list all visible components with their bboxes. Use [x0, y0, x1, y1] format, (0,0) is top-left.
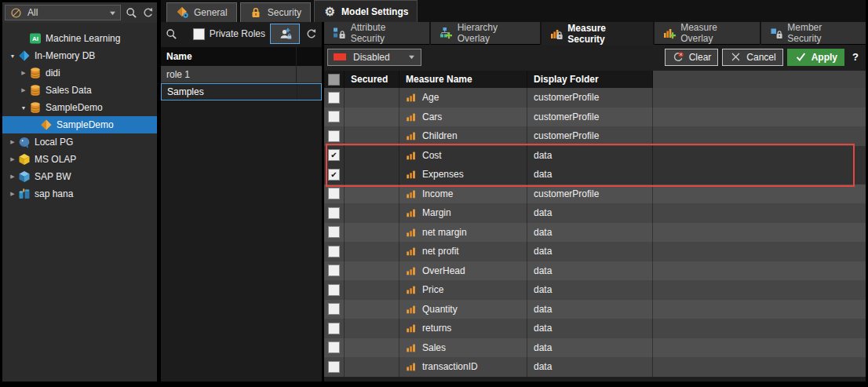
measure-row-quantity[interactable]: Quantitydata [324, 300, 866, 319]
refresh-icon[interactable] [142, 6, 155, 20]
secured-value-cell [345, 88, 399, 108]
measure-row-sales[interactable]: Salesdata [324, 338, 866, 358]
clear-button[interactable]: Clear [665, 49, 719, 66]
security-tab-label: Attribute Security [351, 22, 421, 44]
tree-item-sap-bw[interactable]: ▶SAP BW [2, 168, 157, 185]
column-header-display-folder[interactable]: Display Folder [527, 71, 653, 88]
measure-name-cell: Children [399, 126, 527, 146]
secured-checkbox-cell [324, 223, 345, 243]
secured-checkbox-cell [324, 319, 345, 338]
measure-row-transactionid[interactable]: transactionIDdata [324, 357, 866, 377]
secured-checkbox[interactable] [328, 226, 340, 238]
column-header-measure-name[interactable]: Measure Name [399, 71, 527, 88]
display-folder-cell: data [527, 146, 653, 166]
roles-refresh-icon[interactable] [305, 27, 318, 41]
security-mode-combobox[interactable]: Disabled [327, 49, 421, 66]
secured-checkbox-cell [324, 261, 345, 281]
column-header-secured[interactable]: Secured [345, 71, 399, 88]
tab-member-security[interactable]: Member Security [761, 22, 866, 45]
measure-bars-icon [406, 361, 417, 372]
secured-checkbox[interactable] [328, 130, 340, 142]
measure-row-returns[interactable]: returnsdata [324, 319, 866, 338]
collapsed-expander-icon[interactable]: ▶ [7, 156, 18, 162]
measure-row-cars[interactable]: CarscustomerProfile [324, 108, 866, 127]
collapsed-expander-icon[interactable]: ▶ [7, 191, 18, 197]
measure-row-cost[interactable]: ✔Costdata [324, 146, 866, 166]
select-all-checkbox[interactable] [328, 74, 340, 86]
measure-row-income[interactable]: IncomecustomerProfile [324, 184, 866, 204]
measure-row-overhead[interactable]: OverHeaddata [324, 261, 866, 281]
expanded-expander-icon[interactable]: ▼ [7, 53, 18, 59]
clear-icon [672, 50, 685, 64]
tab-hierarchy-overlay[interactable]: Hierarchy Overlay [431, 22, 540, 45]
measure-bars-icon [406, 265, 417, 276]
tree-item-local-pg[interactable]: ▶Local PG [2, 133, 157, 151]
collapsed-expander-icon[interactable]: ▶ [18, 87, 29, 93]
roles-column-header[interactable]: Name [161, 47, 322, 66]
secured-checkbox[interactable] [328, 341, 340, 353]
secured-checkbox[interactable] [328, 323, 340, 334]
secured-checkbox-cell: ✔ [324, 146, 345, 166]
display-folder-cell: data [527, 338, 653, 358]
measure-row-price[interactable]: Pricedata [324, 280, 866, 300]
role-row[interactable]: role 1 [161, 66, 322, 83]
secured-checkbox[interactable] [328, 207, 340, 219]
secured-checkbox[interactable]: ✔ [328, 149, 340, 161]
measure-row-net-margin[interactable]: net margindata [324, 223, 866, 243]
measure-row-age[interactable]: AgecustomerProfile [324, 88, 866, 108]
tree-item-sales-data[interactable]: ▶Sales Data [2, 82, 157, 99]
secured-checkbox[interactable] [328, 111, 340, 122]
add-role-button[interactable] [270, 24, 300, 44]
security-tab-bar: Attribute SecurityHierarchy OverlayMeasu… [324, 22, 866, 45]
measure-row-margin[interactable]: Margindata [324, 203, 866, 223]
secured-checkbox[interactable] [328, 284, 340, 296]
secured-checkbox[interactable] [328, 303, 340, 315]
role-row[interactable]: Samples [161, 83, 322, 100]
secured-value-cell [345, 203, 399, 223]
expanded-expander-icon[interactable]: ▼ [18, 105, 29, 111]
row-filler-cell [653, 146, 866, 166]
secured-checkbox[interactable] [328, 246, 340, 257]
tree-item-label: SAP BW [35, 171, 71, 182]
tree-item-ms-olap[interactable]: ▶MS OLAP [2, 151, 157, 168]
secured-checkbox[interactable] [328, 92, 340, 104]
tab-attribute-security[interactable]: Attribute Security [324, 22, 429, 45]
tree-item-sap-hana[interactable]: ▶sap hana [2, 185, 157, 203]
secured-value-cell [345, 319, 399, 338]
apply-button[interactable]: Apply [787, 49, 844, 66]
row-filler-cell [653, 223, 866, 243]
measure-name-cell: Sales [399, 338, 527, 358]
secured-checkbox[interactable] [328, 188, 340, 199]
cancel-button[interactable]: Cancel [722, 49, 782, 66]
secured-checkbox[interactable]: ✔ [328, 169, 340, 181]
measure-row-expenses[interactable]: ✔Expensesdata [324, 165, 866, 184]
tree-item-in-memory-db[interactable]: ▼In-Memory DB [2, 47, 157, 64]
tab-measure-security[interactable]: Measure Security [542, 22, 653, 45]
secured-checkbox-cell [324, 108, 345, 127]
measure-name: Quantity [422, 304, 458, 315]
tab-general[interactable]: General [166, 2, 237, 22]
collapsed-expander-icon[interactable]: ▶ [7, 173, 18, 180]
tree-filter-combobox[interactable]: All [5, 5, 121, 20]
secured-checkbox[interactable] [328, 361, 340, 373]
tab-measure-overlay[interactable]: Measure Overlay [655, 22, 760, 45]
tab-model-settings[interactable]: ⚙Model Settings [314, 0, 418, 22]
collapsed-expander-icon[interactable]: ▶ [7, 139, 18, 145]
help-button[interactable]: ? [848, 51, 863, 63]
private-roles-checkbox[interactable] [193, 28, 205, 40]
roles-column-header-label: Name [166, 51, 192, 62]
measure-row-net-profit[interactable]: net profitdata [324, 242, 866, 261]
role-name: Samples [167, 86, 204, 97]
search-icon[interactable] [125, 6, 138, 20]
tab-security[interactable]: Security [240, 2, 311, 22]
secured-checkbox[interactable] [328, 265, 340, 276]
tree-item-sampledemo[interactable]: SampleDemo [2, 116, 157, 133]
row-filler-cell [653, 261, 866, 281]
collapsed-expander-icon[interactable]: ▶ [18, 70, 29, 76]
tree-item-machine-learning[interactable]: AIMachine Learning [2, 30, 157, 47]
tree-item-didi[interactable]: ▶didi [2, 64, 157, 82]
tree-item-sampledemo[interactable]: ▼SampleDemo [2, 99, 157, 116]
measure-row-children[interactable]: ChildrencustomerProfile [324, 126, 866, 146]
display-folder-value: data [534, 342, 552, 353]
roles-search-icon[interactable] [165, 27, 178, 41]
